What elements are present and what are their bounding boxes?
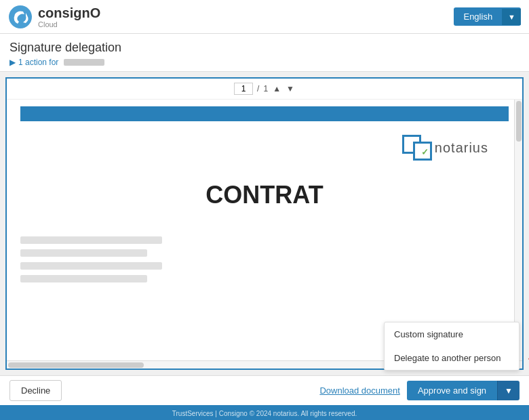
logo-area: consignO Cloud bbox=[8, 5, 100, 29]
action-user-placeholder bbox=[64, 59, 104, 66]
doc-line-1 bbox=[20, 236, 162, 244]
language-dropdown-arrow[interactable]: ▼ bbox=[502, 9, 521, 25]
doc-toolbar: / 1 ▲ ▼ bbox=[7, 79, 522, 100]
notarius-logo: ✓ notarius bbox=[402, 135, 488, 161]
delegate-person-label: Delegate to another person bbox=[394, 353, 501, 363]
action-info: ▶ 1 action for bbox=[9, 58, 520, 67]
language-label: English bbox=[454, 7, 502, 26]
bottom-footer-text: TrustServices | Consigno © 2024 notarius… bbox=[172, 410, 357, 417]
approve-sign-button[interactable]: Approve and sign bbox=[407, 381, 497, 400]
doc-content-lines bbox=[20, 236, 170, 282]
page-title-area: Signature delegation ▶ 1 action for bbox=[0, 34, 529, 72]
logo-text: consignO Cloud bbox=[38, 5, 100, 28]
language-selector[interactable]: English ▼ bbox=[454, 7, 521, 26]
page-title: Signature delegation bbox=[9, 41, 520, 55]
notarius-logo-area: ✓ notarius bbox=[20, 135, 509, 161]
svg-point-0 bbox=[9, 5, 32, 28]
doc-scrollbar-thumb bbox=[516, 101, 522, 142]
approve-dropdown-menu: Custom signature Delegate to another per… bbox=[384, 322, 520, 371]
approve-sign-dropdown-button[interactable]: ▼ bbox=[497, 381, 520, 400]
approve-sign-group: Approve and sign ▼ bbox=[407, 381, 520, 400]
consigno-logo-icon bbox=[8, 5, 33, 29]
custom-signature-item[interactable]: Custom signature bbox=[385, 322, 519, 346]
footer-bar: Decline Download document Approve and si… bbox=[0, 375, 529, 405]
action-text: 1 action for bbox=[18, 58, 58, 67]
logo-sub: Cloud bbox=[38, 20, 100, 28]
logo-name: consignO bbox=[38, 5, 100, 20]
doc-blue-header-bar bbox=[20, 106, 509, 121]
page-down-button[interactable]: ▼ bbox=[286, 84, 295, 93]
action-arrow-icon: ▶ bbox=[9, 58, 16, 67]
bottom-footer: TrustServices | Consigno © 2024 notarius… bbox=[0, 405, 529, 420]
notarius-text: notarius bbox=[435, 140, 488, 156]
notarius-square2: ✓ bbox=[413, 142, 432, 161]
page-up-button[interactable]: ▲ bbox=[272, 84, 281, 93]
decline-button[interactable]: Decline bbox=[9, 380, 62, 401]
page-separator: / bbox=[257, 84, 259, 93]
doc-line-4 bbox=[20, 275, 147, 282]
notarius-icon: ✓ bbox=[402, 135, 432, 161]
footer-right: Download document Approve and sign ▼ Cus… bbox=[319, 381, 520, 400]
page-total: 1 bbox=[263, 84, 268, 93]
doc-contrat-title: CONTRAT bbox=[20, 181, 509, 209]
doc-line-3 bbox=[20, 262, 162, 270]
download-link[interactable]: Download document bbox=[319, 385, 400, 396]
header: consignO Cloud English ▼ bbox=[0, 0, 529, 34]
page-number-input[interactable] bbox=[234, 83, 253, 95]
delegate-person-item[interactable]: Delegate to another person ➜ bbox=[385, 346, 519, 370]
doc-horizontal-scrollbar-thumb bbox=[8, 362, 144, 368]
doc-line-2 bbox=[20, 249, 147, 257]
notarius-check-icon: ✓ bbox=[421, 147, 429, 157]
